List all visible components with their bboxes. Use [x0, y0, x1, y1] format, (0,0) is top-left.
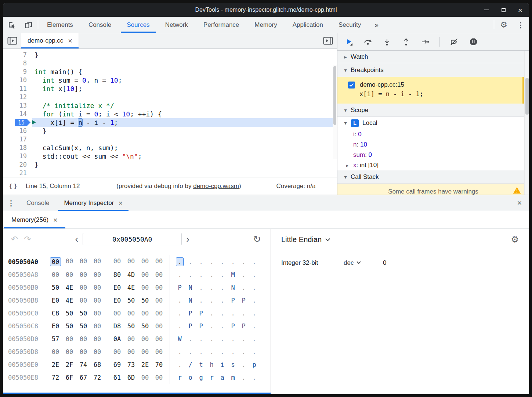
sidebar-scrollbar-thumb[interactable] [525, 78, 529, 115]
ascii-cell[interactable]: . [217, 258, 228, 266]
ascii-cell[interactable]: / [185, 361, 196, 368]
byte-cell[interactable]: 50 [124, 322, 138, 330]
ascii-cell[interactable]: . [174, 257, 185, 266]
ascii-cell[interactable]: . [174, 322, 185, 330]
endianness-select[interactable]: Little Endian [281, 235, 329, 244]
byte-cell[interactable]: 50 [124, 297, 138, 304]
ascii-cell[interactable]: . [196, 297, 206, 304]
byte-cell[interactable]: 00 [90, 271, 104, 278]
address-input[interactable] [83, 233, 182, 245]
editor-scrollbar-thumb[interactable] [333, 66, 336, 125]
interpreter-settings-gear-icon[interactable]: ⚙ [511, 234, 519, 245]
history-back-icon[interactable]: ↶ [11, 234, 18, 244]
byte-cell[interactable]: 00 [138, 374, 152, 381]
ascii-cell[interactable]: . [249, 297, 260, 304]
byte-cell[interactable]: 69 [110, 361, 124, 368]
byte-cell[interactable]: 00 [124, 257, 138, 266]
ascii-cell[interactable]: . [228, 335, 238, 343]
ascii-cell[interactable]: . [206, 310, 217, 317]
toggle-navigator-button[interactable] [3, 33, 21, 48]
ascii-cell[interactable]: . [238, 335, 249, 343]
byte-cell[interactable]: 00 [76, 271, 90, 278]
step-button[interactable] [420, 37, 430, 47]
ascii-cell[interactable]: . [238, 310, 249, 317]
byte-cell[interactable]: D8 [110, 322, 124, 330]
byte-cell[interactable]: 67 [76, 374, 90, 381]
byte-cell[interactable]: 00 [138, 310, 152, 317]
byte-cell[interactable]: 2F [62, 361, 76, 368]
ascii-cell[interactable]: P [174, 284, 185, 291]
tab-sources[interactable]: Sources [119, 17, 157, 33]
ascii-cell[interactable]: . [196, 335, 206, 343]
byte-cell[interactable]: 00 [90, 284, 104, 291]
ascii-cell[interactable]: . [174, 310, 185, 317]
ascii-cell[interactable]: . [238, 361, 249, 368]
history-forward-icon[interactable]: ↷ [24, 234, 31, 244]
ascii-cell[interactable]: . [228, 258, 238, 266]
byte-cell[interactable]: 4E [62, 284, 76, 291]
ascii-cell[interactable]: . [174, 297, 185, 304]
ascii-cell[interactable]: i [217, 361, 228, 368]
tab-security[interactable]: Security [331, 17, 369, 33]
byte-cell[interactable]: 00 [76, 348, 90, 356]
ascii-cell[interactable]: . [238, 348, 249, 356]
line-number[interactable]: 17 [3, 135, 32, 144]
drawer-tab-console[interactable]: Console [19, 195, 57, 211]
line-number[interactable]: 21 [3, 169, 32, 177]
ascii-cell[interactable]: N [185, 284, 196, 291]
ascii-cell[interactable]: . [206, 271, 217, 278]
byte-cell[interactable]: 00 [152, 257, 166, 266]
expand-arrow-icon[interactable]: ▸ [346, 163, 353, 168]
byte-cell[interactable]: 00 [90, 310, 104, 317]
ascii-cell[interactable]: p [249, 361, 260, 368]
byte-cell[interactable]: 00 [90, 335, 104, 343]
byte-cell[interactable]: 00 [152, 322, 166, 330]
tab-performance[interactable]: Performance [196, 17, 247, 33]
tab-network[interactable]: Network [158, 17, 196, 33]
ascii-cell[interactable]: . [249, 284, 260, 291]
byte-cell[interactable]: 50 [62, 310, 76, 317]
byte-cell[interactable]: E0 [110, 297, 124, 304]
scope-variable[interactable]: i: 0 [337, 129, 529, 140]
scope-variable[interactable]: ▸x: int [10] [337, 160, 529, 170]
byte-cell[interactable]: E0 [110, 284, 124, 291]
breakpoint-checkbox[interactable] [348, 82, 355, 89]
ascii-cell[interactable]: P [238, 322, 249, 330]
byte-cell[interactable]: 6F [62, 374, 76, 381]
byte-cell[interactable]: 74 [76, 361, 90, 368]
close-icon[interactable]: × [68, 37, 72, 44]
ascii-cell[interactable]: . [206, 335, 217, 343]
byte-cell[interactable]: 4E [62, 297, 76, 304]
ascii-cell[interactable]: . [206, 258, 217, 266]
wasm-file-link[interactable]: demo-cpp.wasm [193, 183, 239, 190]
tab-elements[interactable]: Elements [39, 17, 81, 33]
ascii-cell[interactable]: . [249, 348, 260, 356]
ascii-cell[interactable]: . [174, 361, 185, 368]
minimize-button[interactable] [484, 7, 489, 13]
ascii-cell[interactable]: P [185, 322, 196, 330]
breakpoint-marker[interactable]: 15 [15, 119, 30, 126]
byte-cell[interactable]: 72 [90, 374, 104, 381]
byte-cell[interactable]: 00 [138, 271, 152, 278]
byte-cell[interactable]: 00 [110, 257, 124, 266]
byte-cell[interactable]: 00 [48, 271, 62, 278]
ascii-cell[interactable]: . [217, 284, 228, 291]
line-number[interactable]: 16 [3, 127, 32, 135]
ascii-cell[interactable]: . [238, 271, 249, 278]
ascii-cell[interactable]: P [238, 297, 249, 304]
more-panels-button[interactable]: » [369, 17, 384, 33]
editor-scrollbar[interactable] [333, 65, 337, 159]
ascii-cell[interactable]: . [228, 348, 238, 356]
byte-cell[interactable]: 00 [76, 297, 90, 304]
line-number[interactable]: 9 [3, 68, 32, 76]
settings-gear-icon[interactable]: ⚙ [495, 17, 512, 33]
line-number[interactable]: 15 [3, 118, 32, 127]
previous-page-button[interactable]: ‹ [75, 234, 79, 244]
byte-cell[interactable]: 00 [138, 348, 152, 356]
byte-cell[interactable]: E0 [48, 322, 62, 330]
ascii-cell[interactable]: r [206, 374, 217, 381]
line-number[interactable]: 13 [3, 101, 32, 110]
ascii-cell[interactable]: . [249, 271, 260, 278]
line-number[interactable]: 14 [3, 110, 32, 118]
tab-memory[interactable]: Memory [247, 17, 285, 33]
